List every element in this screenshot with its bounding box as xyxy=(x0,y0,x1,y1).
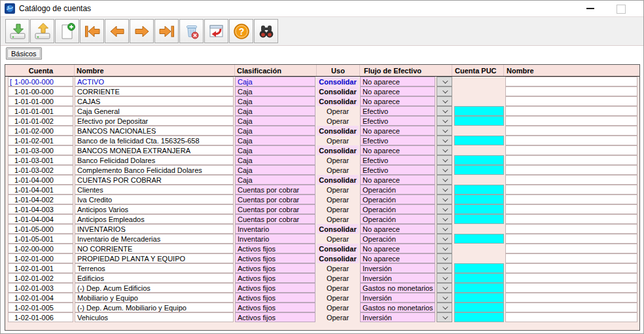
cell-cuenta-puc[interactable] xyxy=(454,273,504,283)
undo-changes-button[interactable] xyxy=(204,19,228,43)
cell-nombre[interactable]: PROPIEDAD PLANTA Y EQUIPO xyxy=(75,253,234,263)
flujo-dropdown-button[interactable] xyxy=(437,283,452,293)
cell-nombre[interactable]: (-) Dep. Acum. Mobiliario y Equipo xyxy=(75,303,234,312)
cell-nombre[interactable]: Efectivo por Depositar xyxy=(75,116,234,126)
flujo-dropdown-button[interactable] xyxy=(437,253,452,263)
flujo-dropdown-button[interactable] xyxy=(437,185,452,195)
cell-cuenta[interactable]: 1-01-05-001 xyxy=(8,234,73,244)
cell-flujo-de-efectivo[interactable]: Operación xyxy=(360,234,435,244)
flujo-dropdown-button[interactable] xyxy=(437,293,452,303)
flujo-dropdown-button[interactable] xyxy=(437,77,452,86)
cell-clasificacion[interactable]: Activos fijos xyxy=(235,293,315,303)
cell-clasificacion[interactable]: Activos fijos xyxy=(235,273,315,283)
cell-clasificacion[interactable]: Caja xyxy=(235,96,315,106)
cell-flujo-de-efectivo[interactable]: No aparece xyxy=(360,145,435,155)
cell-clasificacion[interactable]: Activos fijos xyxy=(235,253,315,263)
save-button[interactable] xyxy=(5,19,29,43)
cell-nombre[interactable]: Complemento Banco Felicidad Dolares xyxy=(75,165,234,175)
flujo-dropdown-button[interactable] xyxy=(437,273,452,283)
cell-clasificacion[interactable]: Activos fijos xyxy=(235,303,315,312)
cell-flujo-de-efectivo[interactable]: Gastos no monetarios xyxy=(360,303,435,312)
cell-nombre-puc[interactable] xyxy=(505,77,637,86)
cell-clasificacion[interactable]: Activos fijos xyxy=(235,283,315,293)
cell-clasificacion[interactable]: Caja xyxy=(235,116,315,126)
flujo-dropdown-button[interactable] xyxy=(437,244,452,253)
cell-cuenta[interactable]: [1-00-00-000 xyxy=(8,77,73,86)
cell-nombre-puc[interactable] xyxy=(505,253,637,263)
cell-cuenta[interactable]: 1-01-01-000 xyxy=(8,96,73,106)
cell-nombre-puc[interactable] xyxy=(505,224,637,234)
cell-flujo-de-efectivo[interactable]: No aparece xyxy=(360,126,435,136)
cell-cuenta-puc[interactable] xyxy=(454,293,504,303)
cell-flujo-de-efectivo[interactable]: Operación xyxy=(360,214,435,224)
minimize-button[interactable] xyxy=(586,8,594,9)
cell-clasificacion[interactable]: Caja xyxy=(235,165,315,175)
flujo-dropdown-button[interactable] xyxy=(437,204,452,214)
cell-nombre[interactable]: Banco de la felicidad Cta. 156325-658 xyxy=(75,136,234,145)
cell-flujo-de-efectivo[interactable]: Inversión xyxy=(360,312,435,322)
help-button[interactable]: ? xyxy=(229,19,253,43)
flujo-dropdown-button[interactable] xyxy=(437,303,452,312)
cell-nombre[interactable]: CUENTAS POR COBRAR xyxy=(75,175,234,185)
cell-cuenta[interactable]: 1-01-00-000 xyxy=(8,86,73,96)
cell-nombre-puc[interactable] xyxy=(505,86,637,96)
cell-nombre[interactable]: (-) Dep. Acum Edificios xyxy=(75,283,234,293)
cell-nombre-puc[interactable] xyxy=(505,116,637,126)
cell-flujo-de-efectivo[interactable]: No aparece xyxy=(360,175,435,185)
cell-clasificacion[interactable]: Cuentas por cobrar xyxy=(235,214,315,224)
cell-nombre[interactable]: NO CORRIENTE xyxy=(75,244,234,253)
cell-nombre[interactable]: Anticipos Varios xyxy=(75,204,234,214)
cell-cuenta[interactable]: 1-01-01-001 xyxy=(8,106,73,116)
cell-cuenta[interactable]: 1-01-04-000 xyxy=(8,175,73,185)
flujo-dropdown-button[interactable] xyxy=(437,224,452,234)
cell-nombre[interactable]: BANCOS MONEDA EXTRANJERA xyxy=(75,145,234,155)
cell-cuenta-puc[interactable] xyxy=(454,185,504,195)
cell-clasificacion[interactable]: Activos fijos xyxy=(235,244,315,253)
cell-clasificacion[interactable]: Caja xyxy=(235,155,315,165)
cell-nombre[interactable]: Edificios xyxy=(75,273,234,283)
cell-cuenta-puc[interactable] xyxy=(454,204,504,214)
new-record-button[interactable] xyxy=(55,19,79,43)
cell-flujo-de-efectivo[interactable]: Efectivo xyxy=(360,165,435,175)
cell-clasificacion[interactable]: Activos fijos xyxy=(235,263,315,273)
flujo-dropdown-button[interactable] xyxy=(437,214,452,224)
last-record-button[interactable] xyxy=(154,19,179,43)
cell-nombre[interactable]: ACTIVO xyxy=(75,77,234,86)
cell-cuenta-puc[interactable] xyxy=(454,283,504,293)
cell-nombre-puc[interactable] xyxy=(505,195,637,204)
cell-clasificacion[interactable]: Cuentas por cobrar xyxy=(235,195,315,204)
flujo-dropdown-button[interactable] xyxy=(437,175,452,185)
cell-nombre-puc[interactable] xyxy=(505,234,637,244)
cell-nombre[interactable]: Terrenos xyxy=(75,263,234,273)
cell-cuenta[interactable]: 1-01-04-001 xyxy=(8,185,73,195)
cell-flujo-de-efectivo[interactable]: Efectivo xyxy=(360,106,435,116)
cell-nombre[interactable]: Caja General xyxy=(75,106,234,116)
cell-cuenta[interactable]: 1-02-01-000 xyxy=(8,253,73,263)
cell-nombre-puc[interactable] xyxy=(505,283,637,293)
cell-clasificacion[interactable]: Activos fijos xyxy=(235,312,315,322)
cell-cuenta[interactable]: 1-01-03-000 xyxy=(8,145,73,155)
cell-flujo-de-efectivo[interactable]: Operación xyxy=(360,195,435,204)
cell-cuenta-puc[interactable] xyxy=(454,312,504,322)
cell-cuenta[interactable]: 1-01-04-002 xyxy=(8,195,73,204)
cell-flujo-de-efectivo[interactable]: Efectivo xyxy=(360,155,435,165)
cell-nombre-puc[interactable] xyxy=(505,106,637,116)
flujo-dropdown-button[interactable] xyxy=(437,106,452,116)
cell-cuenta-puc[interactable] xyxy=(454,303,504,312)
cell-cuenta-puc[interactable] xyxy=(454,234,504,244)
cell-cuenta[interactable]: 1-01-05-000 xyxy=(8,224,73,234)
search-button[interactable] xyxy=(254,19,278,43)
cell-cuenta-puc[interactable] xyxy=(454,214,504,224)
flujo-dropdown-button[interactable] xyxy=(437,263,452,273)
cell-cuenta[interactable]: 1-02-01-001 xyxy=(8,263,73,273)
cell-nombre[interactable]: BANCOS NACIONALES xyxy=(75,126,234,136)
next-record-button[interactable] xyxy=(130,19,154,43)
cell-cuenta[interactable]: 1-02-01-002 xyxy=(8,273,73,283)
cell-clasificacion[interactable]: Cuentas por cobrar xyxy=(235,204,315,214)
cell-nombre-puc[interactable] xyxy=(505,96,637,106)
cell-nombre[interactable]: Iva Credito xyxy=(75,195,234,204)
cell-clasificacion[interactable]: Cuentas por cobrar xyxy=(235,185,315,195)
cell-nombre-puc[interactable] xyxy=(505,165,637,175)
flujo-dropdown-button[interactable] xyxy=(437,86,452,96)
flujo-dropdown-button[interactable] xyxy=(437,136,452,145)
